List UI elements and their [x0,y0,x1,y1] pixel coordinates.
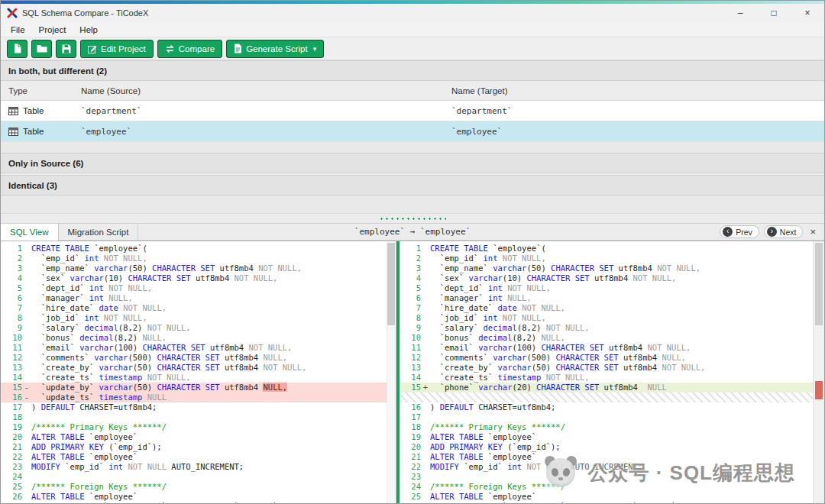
code-line [400,393,813,402]
code-line: 13 `create_by` varchar(50) CHARACTER SET… [400,363,813,373]
type-cell: Table [1,127,81,136]
menu-help[interactable]: Help [73,24,105,36]
tab-sql-view-label: SQL View [10,228,49,237]
maximize-button[interactable]: □ [757,4,791,22]
group-header-identical[interactable]: Identical (3) [1,175,824,195]
window-controls: – □ × [723,4,824,22]
code-line: 2 `emp_id` int NOT NULL, [1,254,396,263]
edit-project-button[interactable]: Edit Project [80,40,154,58]
close-diff-icon[interactable]: × [807,226,818,237]
code-line: 18 [1,412,396,422]
source-scrollbar-thumb[interactable] [387,243,395,325]
code-line: 25ALTER TABLE `employee` [400,492,813,502]
script-icon [234,44,242,53]
row-type-label: Table [23,127,44,136]
close-button[interactable]: × [791,4,824,22]
code-line: 3 `emp_name` varchar(50) CHARACTER SET u… [400,263,813,273]
code-line: 2 `emp_id` int NOT NULL, [400,254,813,263]
generate-script-label: Generate Script [246,44,308,53]
panel-splitter[interactable] [1,213,824,223]
table-icon [8,107,18,115]
table-row-department[interactable]: Table `department` `department` [1,101,824,121]
code-line: 16- `update_ts` timestamp NULL [1,393,396,402]
diff-overview-marker [815,381,823,399]
group-different-label: In both, but different (2) [8,66,107,76]
code-line: 18/****** Primary Keys ******/ [400,422,813,432]
code-line: 12 `comments` varchar(500) CHARACTER SET… [400,353,813,363]
code-line: 7 `hire_date` date NOT NULL, [1,303,396,313]
code-line: 6 `manager` int NULL, [1,293,396,303]
code-line: 12 `comments` varchar(500) CHARACTER SET… [1,353,396,363]
grid-filler [1,195,824,213]
compare-arrows-icon [165,44,175,53]
source-code-lines: 1CREATE TABLE `employee`(2 `emp_id` int … [1,244,396,503]
menu-project[interactable]: Project [32,24,73,36]
code-line: 9 `salary` decimal(8,2) NOT NULL, [1,323,396,333]
source-scrollbar [387,241,396,503]
code-line: 11 `email` varchar(100) CHARACTER SET ut… [400,343,813,353]
table-row-employee[interactable]: Table `employee` `employee` [1,121,824,142]
compare-button[interactable]: Compare [157,40,222,58]
target-scrollbar-thumb[interactable] [815,243,823,325]
row-target-name: `employee` [451,127,824,137]
tab-migration-script[interactable]: Migration Script [59,224,139,240]
code-line: 25/****** Foreign Keys ******/ [1,482,396,492]
window-title: SQL Schema Compare - TiCodeX [22,8,148,18]
code-line: 22ALTER TABLE `employee` [1,452,396,462]
code-line: 10 `bonus` decimal(8,2) NULL, [1,333,396,343]
code-line: 19/****** Primary Keys ******/ [1,422,396,432]
group-header-different[interactable]: In both, but different (2) [1,60,824,81]
row-type-label: Table [23,106,44,115]
save-project-button[interactable] [56,40,76,58]
source-code-pane[interactable]: 1CREATE TABLE `employee`(2 `emp_id` int … [1,241,396,503]
splitter-handle-icon [379,217,446,221]
code-line: 26ALTER TABLE `employee` [1,492,396,502]
prev-arrow-icon: ‹ [723,227,733,237]
code-line: 10 `bonus` decimal(8,2) NULL, [400,333,813,343]
code-line: 6 `manager` int NULL, [400,293,813,303]
comparison-grid: In both, but different (2) Type Name (So… [1,60,824,213]
table-icon [8,128,18,136]
save-icon [62,44,71,53]
app-window: SQL Schema Compare - TiCodeX – □ × File … [0,0,825,504]
open-folder-icon [37,44,47,53]
row-target-name: `department` [451,106,824,116]
menu-file[interactable]: File [4,24,32,36]
code-line: 26ADD CONSTRAINT `fk_emp_dept` FOREIGN K… [400,502,813,503]
new-file-icon [13,44,22,53]
watermark-text: 公众号 · SQL编程思想 [587,460,795,486]
tab-migration-script-label: Migration Script [68,228,129,237]
code-line: 13 `create_by` varchar(50) CHARACTER SET… [1,363,396,373]
app-logo-icon [7,8,18,18]
code-line: 15- `update_by` varchar(50) CHARACTER SE… [1,383,396,393]
group-identical-label: Identical (3) [8,181,57,190]
column-name-target[interactable]: Name (Target) [451,86,824,95]
minimize-button[interactable]: – [723,4,757,22]
code-line: 14 `create_ts` timestamp NOT NULL, [400,373,813,383]
new-project-button[interactable] [7,40,28,58]
code-line: 8 `job_id` int NOT NULL, [1,313,396,323]
diff-nav-controls: ‹ Prev › Next × [720,224,824,240]
chevron-down-icon: ▾ [313,45,317,53]
type-cell: Table [1,106,81,115]
code-line: 16) DEFAULT CHARSET=utf8mb4; [400,402,813,412]
code-line: 7 `hire_date` date NOT NULL, [400,303,813,313]
code-line: 14 `create_ts` timestamp NOT NULL, [1,373,396,383]
open-project-button[interactable] [31,40,52,58]
panda-icon [543,455,578,490]
watermark: 公众号 · SQL编程思想 [540,453,804,493]
column-type[interactable]: Type [1,86,81,95]
generate-script-button[interactable]: Generate Script ▾ [226,40,324,58]
pencil-icon [88,44,97,53]
target-scrollbar [813,241,824,503]
compare-label: Compare [179,44,215,53]
column-name-source[interactable]: Name (Source) [81,86,451,95]
tab-sql-view[interactable]: SQL View [1,224,59,241]
code-line: 1CREATE TABLE `employee`( [1,244,396,254]
code-line: 20ALTER TABLE `employee` [1,432,396,442]
group-header-only-source[interactable]: Only in Source (6) [1,153,824,173]
next-arrow-icon: › [767,227,777,237]
code-line: 15+ `phone` varchar(20) CHARACTER SET ut… [400,383,813,393]
next-diff-button[interactable]: › Next [764,225,804,238]
prev-diff-button[interactable]: ‹ Prev [720,225,759,238]
